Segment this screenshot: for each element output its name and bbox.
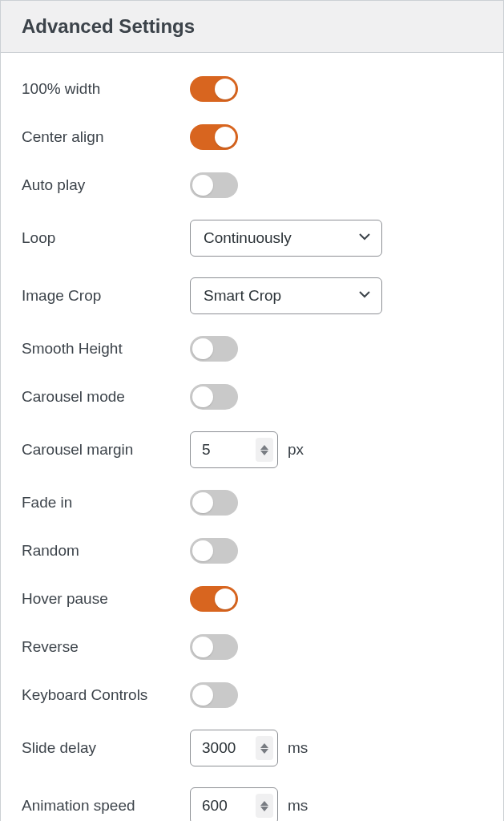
label-full-width: 100% width xyxy=(22,80,190,98)
toggle-hover-pause[interactable] xyxy=(190,586,238,612)
row-reverse: Reverse xyxy=(22,633,482,661)
input-slide-delay[interactable] xyxy=(190,730,278,766)
select-image-crop[interactable]: Smart Crop xyxy=(190,277,382,314)
row-fade-in: Fade in xyxy=(22,489,482,516)
label-random: Random xyxy=(22,542,190,560)
label-carousel-mode: Carousel mode xyxy=(22,388,190,406)
row-slide-delay: Slide delay ms xyxy=(22,730,482,766)
row-auto-play: Auto play xyxy=(22,172,482,199)
label-image-crop: Image Crop xyxy=(22,287,190,305)
label-reverse: Reverse xyxy=(22,638,190,656)
label-carousel-margin: Carousel margin xyxy=(22,441,190,459)
row-random: Random xyxy=(22,537,482,564)
toggle-full-width[interactable] xyxy=(190,76,238,102)
row-loop: Loop Continuously xyxy=(22,220,482,257)
row-hover-pause: Hover pause xyxy=(22,585,482,613)
panel-header: Advanced Settings xyxy=(1,0,503,53)
unit-carousel-margin: px xyxy=(288,441,304,459)
select-loop-value: Continuously xyxy=(204,229,292,247)
toggle-reverse[interactable] xyxy=(190,634,238,660)
input-animation-speed[interactable] xyxy=(190,787,278,821)
input-carousel-margin[interactable] xyxy=(190,431,278,468)
unit-slide-delay: ms xyxy=(288,739,308,757)
unit-animation-speed: ms xyxy=(288,797,308,815)
label-animation-speed: Animation speed xyxy=(22,797,190,815)
label-loop: Loop xyxy=(22,229,190,247)
label-center-align: Center align xyxy=(22,128,190,146)
row-smooth-height: Smooth Height xyxy=(22,335,482,362)
toggle-random[interactable] xyxy=(190,538,238,564)
row-keyboard-controls: Keyboard Controls xyxy=(22,681,482,709)
label-smooth-height: Smooth Height xyxy=(22,340,190,358)
label-fade-in: Fade in xyxy=(22,494,190,512)
toggle-carousel-mode[interactable] xyxy=(190,384,238,410)
label-auto-play: Auto play xyxy=(22,176,190,194)
panel-body: 100% width Center align Auto play Loop C… xyxy=(1,53,503,821)
row-image-crop: Image Crop Smart Crop xyxy=(22,277,482,314)
select-image-crop-value: Smart Crop xyxy=(204,287,281,305)
label-slide-delay: Slide delay xyxy=(22,739,190,757)
panel-title: Advanced Settings xyxy=(22,15,482,38)
row-center-align: Center align xyxy=(22,123,482,151)
row-carousel-mode: Carousel mode xyxy=(22,383,482,410)
row-animation-speed: Animation speed ms xyxy=(22,787,482,821)
toggle-auto-play[interactable] xyxy=(190,172,238,198)
row-full-width: 100% width xyxy=(22,75,482,103)
toggle-keyboard-controls[interactable] xyxy=(190,682,238,708)
select-loop[interactable]: Continuously xyxy=(190,220,382,257)
advanced-settings-panel: Advanced Settings 100% width Center alig… xyxy=(0,0,504,821)
toggle-center-align[interactable] xyxy=(190,124,238,150)
row-carousel-margin: Carousel margin px xyxy=(22,431,482,468)
label-keyboard-controls: Keyboard Controls xyxy=(22,686,190,704)
toggle-fade-in[interactable] xyxy=(190,490,238,516)
label-hover-pause: Hover pause xyxy=(22,590,190,608)
toggle-smooth-height[interactable] xyxy=(190,336,238,362)
